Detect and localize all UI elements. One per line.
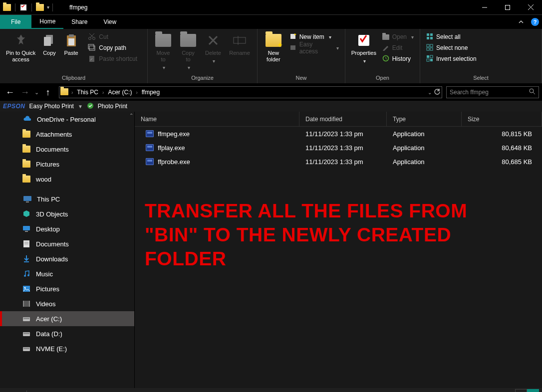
- tree-this-pc[interactable]: This PC: [0, 192, 134, 206]
- help-button[interactable]: ?: [528, 15, 542, 29]
- tab-home[interactable]: Home: [31, 15, 63, 29]
- paste-button[interactable]: Paste: [60, 30, 82, 56]
- svg-rect-55: [23, 348, 29, 349]
- invert-selection-button[interactable]: Invert selection: [423, 53, 493, 64]
- music-icon: [22, 269, 31, 278]
- svg-rect-29: [427, 55, 429, 58]
- history-button[interactable]: History: [379, 53, 417, 64]
- properties-label: Properties: [351, 50, 376, 56]
- svg-point-43: [24, 275, 26, 277]
- column-name[interactable]: Name: [135, 112, 299, 126]
- svg-rect-39: [25, 231, 28, 232]
- tab-share[interactable]: Share: [63, 15, 95, 29]
- pin-icon: [13, 32, 29, 48]
- select-all-button[interactable]: Select all: [423, 31, 493, 42]
- breadcrumb-this-pc[interactable]: This PC: [75, 89, 100, 96]
- paste-label: Paste: [64, 50, 78, 56]
- ribbon-group-clipboard: Pin to Quick access Copy Paste: [0, 29, 148, 83]
- dropdown-icon[interactable]: ▼: [78, 104, 83, 109]
- tab-file[interactable]: File: [0, 15, 31, 29]
- tree-3d-objects[interactable]: 3D Objects: [0, 206, 134, 221]
- file-row[interactable]: ffplay.exe 11/11/2023 1:33 pm Applicatio…: [135, 141, 542, 155]
- column-headers: Name Date modified Type Size: [135, 112, 542, 127]
- paste-shortcut-button[interactable]: Paste shortcut: [85, 53, 144, 64]
- copy-to-button[interactable]: Copy to▾: [176, 30, 201, 71]
- file-type: Application: [387, 130, 462, 138]
- file-size: 80,685 KB: [462, 158, 542, 166]
- details-view-button[interactable]: [515, 389, 527, 392]
- tree-downloads[interactable]: Downloads: [0, 251, 134, 266]
- tree-desktop[interactable]: Desktop: [0, 221, 134, 236]
- forward-button[interactable]: →: [18, 85, 32, 99]
- photo-print-button[interactable]: Photo Print: [98, 103, 127, 110]
- large-icons-view-button[interactable]: [527, 389, 539, 392]
- address-bar[interactable]: › This PC › Acer (C:) › ffmpeg ⌄: [59, 86, 442, 98]
- maximize-button[interactable]: [496, 0, 519, 15]
- tree-data-d[interactable]: Data (D:): [0, 326, 134, 341]
- easy-access-button[interactable]: Easy access▾: [286, 42, 342, 53]
- navigation-tree[interactable]: ⌃ OneDrive - Personal Attachments Docume…: [0, 112, 135, 388]
- pin-to-quick-access-button[interactable]: Pin to Quick access: [3, 30, 38, 63]
- svg-rect-25: [427, 44, 429, 47]
- svg-rect-48: [23, 301, 24, 307]
- select-none-button[interactable]: Select none: [423, 42, 493, 53]
- qat-properties-icon[interactable]: [18, 2, 28, 12]
- tree-label: Music: [36, 270, 53, 278]
- search-input[interactable]: Search ffmpeg: [446, 86, 539, 98]
- folder-icon: [22, 175, 31, 184]
- tree-onedrive[interactable]: OneDrive - Personal: [0, 112, 134, 127]
- column-size[interactable]: Size: [462, 112, 542, 126]
- tree-videos[interactable]: Videos: [0, 296, 134, 311]
- file-row[interactable]: ffprobe.exe 11/11/2023 1:33 pm Applicati…: [135, 155, 542, 169]
- paste-icon: [63, 32, 79, 48]
- properties-button[interactable]: Properties ▾: [348, 30, 379, 64]
- qat-new-folder-icon[interactable]: [35, 2, 45, 12]
- tree-label: Documents: [36, 240, 69, 248]
- delete-button[interactable]: Delete▾: [201, 30, 226, 64]
- open-button[interactable]: Open▾: [379, 31, 417, 42]
- column-date[interactable]: Date modified: [299, 112, 387, 126]
- easy-photo-print-button[interactable]: Easy Photo Print: [29, 103, 74, 110]
- tree-documents-2[interactable]: Documents: [0, 236, 134, 251]
- tree-wood[interactable]: wood: [0, 172, 134, 187]
- rename-button[interactable]: Rename: [226, 30, 254, 56]
- svg-rect-31: [427, 59, 429, 61]
- edit-button[interactable]: Edit: [379, 42, 417, 53]
- close-button[interactable]: [519, 0, 542, 15]
- tree-nvme-e[interactable]: NVME (E:): [0, 341, 134, 356]
- tree-music[interactable]: Music: [0, 266, 134, 281]
- collapse-ribbon-button[interactable]: [514, 15, 528, 29]
- desktop-icon: [22, 224, 31, 233]
- address-dropdown-icon[interactable]: ⌄: [428, 90, 432, 95]
- breadcrumb-folder[interactable]: ffmpeg: [140, 89, 162, 96]
- minimize-button[interactable]: [473, 0, 496, 15]
- up-button[interactable]: ↑: [41, 85, 55, 99]
- tree-documents[interactable]: Documents: [0, 142, 134, 157]
- new-folder-button[interactable]: New folder: [261, 30, 286, 63]
- move-to-button[interactable]: Move to▾: [151, 30, 176, 71]
- file-date: 11/11/2023 1:33 pm: [299, 144, 387, 152]
- back-button[interactable]: ←: [3, 85, 17, 99]
- open-label: Open: [392, 33, 407, 40]
- tree-attachments[interactable]: Attachments: [0, 127, 134, 142]
- tree-pictures[interactable]: Pictures: [0, 157, 134, 172]
- refresh-button[interactable]: [434, 88, 441, 97]
- breadcrumb-drive[interactable]: Acer (C:): [106, 89, 134, 96]
- organize-group-label: Organize: [151, 75, 254, 83]
- scroll-up-icon[interactable]: ⌃: [129, 113, 133, 118]
- drive-icon: [22, 344, 31, 353]
- column-type[interactable]: Type: [387, 112, 462, 126]
- file-row[interactable]: ffmpeg.exe 11/11/2023 1:33 pm Applicatio…: [135, 127, 542, 141]
- cut-button[interactable]: Cut: [85, 31, 144, 42]
- tree-acer-c[interactable]: Acer (C:): [0, 311, 134, 326]
- copy-path-button[interactable]: Copy path: [85, 42, 144, 53]
- copy-button[interactable]: Copy: [38, 30, 60, 56]
- history-icon: [382, 55, 389, 63]
- main-area: ⌃ OneDrive - Personal Attachments Docume…: [0, 112, 542, 388]
- tree-pictures-2[interactable]: Pictures: [0, 281, 134, 296]
- edit-label: Edit: [392, 44, 403, 51]
- tab-view[interactable]: View: [95, 15, 124, 29]
- tree-label: Attachments: [36, 131, 72, 138]
- history-dropdown[interactable]: ⌄: [33, 85, 40, 99]
- svg-rect-30: [430, 55, 433, 58]
